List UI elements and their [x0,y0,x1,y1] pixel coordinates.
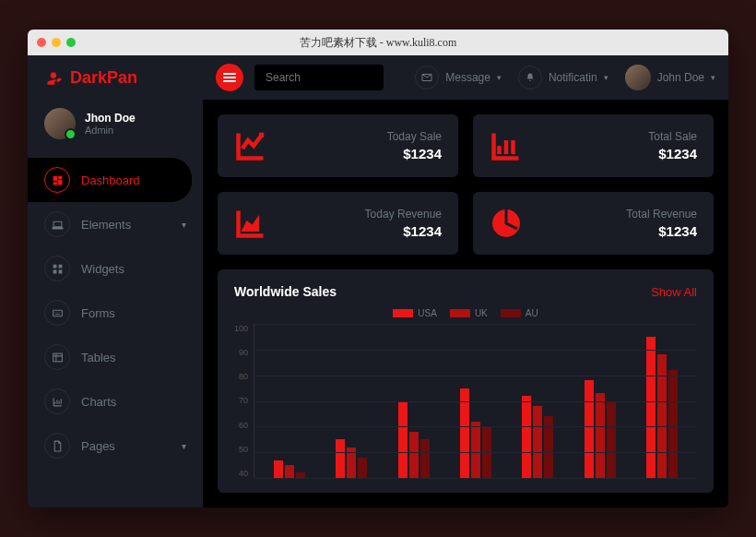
chart-panel: Worldwide Sales Show All USAUKAU 1009080… [218,269,714,493]
dashboard-icon [44,167,70,193]
top-notificatin-menu[interactable]: Notificatin▾ [518,66,608,90]
stat-card-today-revenue: Today Revenue$1234 [218,192,458,255]
nav-label: Dashboard [81,173,140,187]
sidebar-user[interactable]: Jhon Doe Admin [28,102,203,152]
titlebar-text: 苦力吧素材下载 - www.kuli8.com [28,35,728,51]
nav-label: Widgets [81,262,124,276]
avatar [625,65,651,90]
sidebar-item-elements[interactable]: Elements▾ [28,202,203,246]
card-value: $1234 [387,146,442,161]
chart-title: Worldwide Sales [234,284,337,299]
stat-card-total-sale: Total Sale$1234 [473,114,714,177]
nav-label: Tables [81,351,116,364]
sidebar-item-tables[interactable]: Tables [28,335,203,379]
card-value: $1234 [626,223,697,239]
user-role: Admin [85,125,136,136]
brand[interactable]: DarkPan [28,68,203,102]
chart-plot [254,324,697,478]
bell-icon [518,66,542,90]
keyboard-icon [44,300,70,326]
bar [274,460,283,478]
bar [398,401,408,479]
bar [285,465,294,478]
sidebar-item-widgets[interactable]: Widgets [28,246,203,291]
bar [336,439,345,478]
laptop-icon [44,211,70,237]
card-label: Today Sale [387,130,442,143]
sidebar-item-dashboard[interactable]: Dashboard [28,158,192,202]
search-input[interactable] [254,65,384,90]
bar [668,370,678,478]
line-chart-icon [234,129,267,162]
legend-swatch [501,309,521,317]
sidebar-item-pages[interactable]: Pages▾ [28,424,203,468]
user-name: Jhon Doe [85,112,136,125]
bar [596,393,605,478]
brand-text: DarkPan [70,68,137,88]
card-label: Today Revenue [365,208,442,221]
bar [646,337,656,478]
stat-cards: Today Sale$1234Total Sale$1234Today Reve… [218,114,714,255]
chevron-down-icon: ▾ [182,441,186,451]
nav-label: Charts [81,395,116,409]
bar [420,439,430,478]
bar [358,458,367,478]
bar [657,354,667,478]
bar-chart-icon [490,129,523,162]
nav-list: DashboardElements▾WidgetsFormsTablesChar… [28,158,203,468]
nav-label: Pages [81,439,115,453]
table-icon [44,344,70,370]
sidebar-item-forms[interactable]: Forms [28,291,203,335]
legend-item-au[interactable]: AU [501,308,538,318]
chevron-down-icon: ▾ [711,73,715,82]
svg-rect-0 [53,310,62,316]
grid-icon [44,256,70,281]
top-message-menu[interactable]: Message▾ [415,66,502,90]
legend-swatch [450,309,470,317]
chevron-down-icon: ▾ [497,73,502,82]
card-label: Total Revenue [626,208,697,221]
file-icon [44,433,70,459]
envelope-icon [415,66,439,90]
bar [471,422,480,478]
bar [533,406,542,478]
bar [522,396,531,478]
legend-swatch [393,309,413,317]
window-titlebar: 苦力吧素材下载 - www.kuli8.com [28,30,728,55]
card-label: Total Sale [648,130,697,143]
legend-item-uk[interactable]: UK [450,308,488,318]
chevron-down-icon: ▾ [604,73,608,82]
nav-label: Elements [81,218,131,232]
card-value: $1234 [648,146,697,161]
chart-icon [44,388,70,414]
bar [607,401,616,479]
pie-chart-icon [490,207,523,240]
sidebar: DarkPan Jhon Doe Admin DashboardElements… [28,55,203,507]
menu-toggle-button[interactable] [216,64,243,91]
bar [585,380,594,478]
stat-card-total-revenue: Total Revenue$1234 [473,192,714,255]
nav-label: Forms [81,306,115,320]
stat-card-today-sale: Today Sale$1234 [218,114,458,177]
svg-rect-1 [53,353,62,362]
chevron-down-icon: ▾ [182,220,186,230]
user-edit-icon [44,69,63,88]
y-axis: 100908070605040 [234,324,254,478]
chart-legend: USAUKAU [234,308,697,318]
hamburger-icon [223,73,236,82]
topbar: Message▾Notificatin▾John Doe▾ [203,55,728,100]
show-all-link[interactable]: Show All [651,285,697,299]
legend-item-usa[interactable]: USA [393,308,437,318]
bar [409,432,419,478]
card-value: $1234 [365,223,442,239]
avatar [44,108,76,139]
bar [544,416,553,478]
area-chart-icon [234,207,267,240]
top-user-menu[interactable]: John Doe▾ [625,65,715,90]
sidebar-item-charts[interactable]: Charts [28,379,203,424]
